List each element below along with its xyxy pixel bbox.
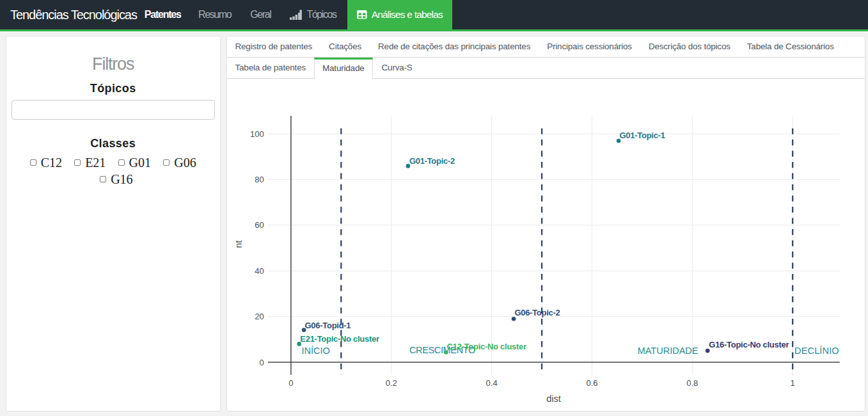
svg-text:nt: nt — [233, 240, 243, 248]
svg-text:G16-Topic-No cluster: G16-Topic-No cluster — [709, 340, 789, 349]
svg-text:0.2: 0.2 — [385, 378, 397, 388]
svg-text:E21-Topic-No cluster: E21-Topic-No cluster — [300, 333, 379, 343]
svg-text:40: 40 — [255, 266, 264, 275]
svg-text:0: 0 — [259, 357, 264, 367]
svg-text:60: 60 — [255, 220, 264, 230]
svg-text:MATURIDADE: MATURIDADE — [637, 345, 698, 355]
svg-text:G06-Topid-1: G06-Topid-1 — [304, 321, 351, 330]
svg-text:0.8: 0.8 — [686, 378, 698, 388]
svg-text:80: 80 — [255, 174, 264, 184]
svg-text:dist: dist — [546, 393, 561, 403]
svg-text:G01-Topic-2: G01-Topic-2 — [409, 156, 454, 166]
svg-text:G01-Topic-1: G01-Topic-1 — [619, 131, 665, 140]
svg-text:DECLÍNIO: DECLÍNIO — [794, 346, 839, 356]
svg-text:100: 100 — [250, 129, 264, 138]
svg-text:0: 0 — [288, 378, 293, 388]
svg-text:1: 1 — [790, 378, 794, 388]
svg-text:INÍCIO: INÍCIO — [301, 345, 329, 355]
svg-text:20: 20 — [255, 312, 264, 321]
svg-text:0.6: 0.6 — [586, 378, 597, 388]
svg-text:G06-Topic-2: G06-Topic-2 — [514, 307, 560, 317]
svg-text:0.4: 0.4 — [485, 378, 497, 388]
svg-text:C12-Topic-No cluster: C12-Topic-No cluster — [446, 342, 526, 351]
